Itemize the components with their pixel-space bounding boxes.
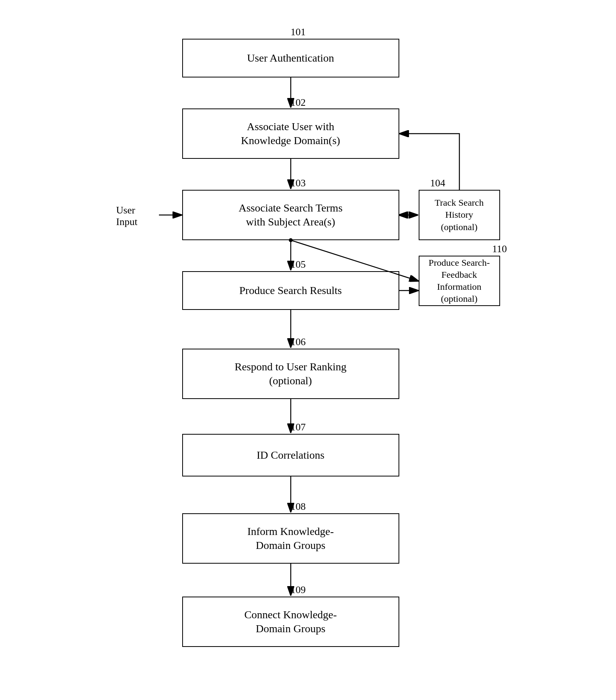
ref-103: 103	[291, 177, 306, 189]
ref-108: 108	[291, 501, 306, 513]
ref-109: 109	[291, 584, 306, 596]
box-associate-search-terms: Associate Search Termswith Subject Area(…	[182, 190, 399, 240]
box-connect-knowledge-domain-groups: Connect Knowledge-Domain Groups	[182, 597, 399, 647]
user-input-label: UserInput	[116, 205, 138, 228]
box-track-search-history: Track Search History(optional)	[419, 190, 500, 240]
flowchart-container: User Authentication Associate User withK…	[105, 15, 512, 693]
box-respond-user-ranking: Respond to User Ranking(optional)	[182, 349, 399, 399]
ref-105: 105	[291, 259, 306, 270]
ref-107: 107	[291, 421, 306, 433]
box-inform-knowledge-domain-groups: Inform Knowledge-Domain Groups	[182, 513, 399, 564]
box-produce-search-feedback: Produce Search-FeedbackInformation (opti…	[419, 256, 500, 306]
ref-104: 104	[430, 177, 445, 189]
box-id-correlations: ID Correlations	[182, 434, 399, 476]
ref-110: 110	[492, 243, 507, 255]
ref-101: 101	[291, 26, 306, 38]
box-produce-search-results: Produce Search Results	[182, 271, 399, 310]
box-user-authentication: User Authentication	[182, 39, 399, 77]
ref-106: 106	[291, 336, 306, 348]
box-associate-user: Associate User withKnowledge Domain(s)	[182, 108, 399, 159]
ref-102: 102	[291, 97, 306, 108]
